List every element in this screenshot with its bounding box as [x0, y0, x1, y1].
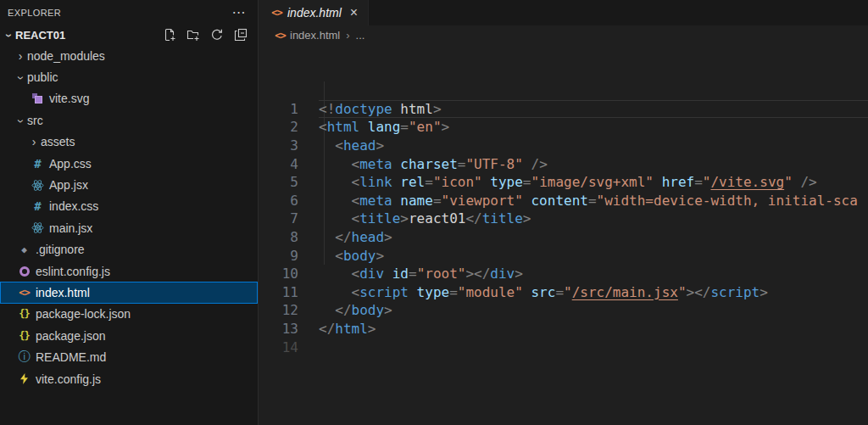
refresh-icon[interactable]: [210, 28, 224, 42]
react-file-icon: [31, 221, 45, 235]
code-line-content: </html>: [298, 320, 868, 338]
collapse-all-icon[interactable]: [234, 28, 248, 42]
vscode-window: EXPLORER ⋯ › REACT01 ›node_modules›publi…: [0, 0, 868, 425]
project-name: REACT01: [15, 29, 65, 42]
tree-item-vite-config-js[interactable]: vite.config.js: [0, 368, 258, 389]
tree-item-package-lock-json[interactable]: {}package-lock.json: [0, 304, 258, 325]
breadcrumb-file[interactable]: index.html: [290, 29, 340, 42]
tree-item-vite-svg[interactable]: vite.svg: [0, 88, 258, 109]
tree-item-readme-md[interactable]: ⓘREADME.md: [0, 346, 258, 367]
code-line-content: <title>react01</title>: [298, 210, 868, 228]
json-file-icon: {}: [17, 307, 31, 321]
tree-item-node-modules[interactable]: ›node_modules: [0, 45, 258, 66]
breadcrumb-separator-icon: ›: [346, 29, 349, 42]
new-file-icon[interactable]: [163, 28, 176, 42]
new-folder-icon[interactable]: [186, 28, 200, 42]
tree-item-public[interactable]: ›public: [0, 66, 258, 87]
tree-item-label: assets: [41, 135, 75, 148]
tree-item-package-json[interactable]: {}package.json: [0, 325, 258, 346]
git-file-icon: ◆: [17, 243, 31, 256]
code-line-2[interactable]: 2<html lang="en">: [259, 118, 868, 137]
line-number: 3: [259, 137, 298, 155]
code-line-5[interactable]: 5 <link rel="icon" type="image/svg+xml" …: [259, 173, 868, 192]
react-file-icon: [31, 178, 45, 192]
line-number: 2: [259, 118, 298, 137]
tree-item-app-css[interactable]: #App.css: [0, 153, 258, 174]
breadcrumb: <> index.html › ...: [259, 25, 868, 45]
tree-item-label: App.jsx: [49, 178, 88, 192]
code-line-content: <link rel="icon" type="image/svg+xml" hr…: [298, 173, 868, 192]
code-line-8[interactable]: 8 </head>: [259, 228, 868, 247]
more-actions-icon[interactable]: ⋯: [232, 6, 246, 20]
line-number: 9: [259, 247, 298, 266]
close-icon[interactable]: ×: [348, 6, 359, 20]
code-line-11[interactable]: 11 <script type="module" src="/src/main.…: [259, 283, 868, 302]
tree-item-assets[interactable]: ›assets: [0, 131, 258, 153]
tree-item-label: eslint.config.js: [36, 265, 110, 278]
code-line-content: <meta name="viewport" content="width=dev…: [298, 192, 868, 210]
line-number: 12: [259, 301, 298, 320]
code-line-content: <!doctype html>: [298, 100, 868, 119]
code-line-4[interactable]: 4 <meta charset="UTF-8" />: [259, 155, 868, 174]
tree-item-gitignore[interactable]: ◆.gitignore: [0, 239, 258, 260]
tree-item-label: src: [27, 114, 43, 127]
code-line-content: <body>: [298, 247, 868, 266]
line-number: 14: [259, 338, 298, 357]
explorer-sidebar: EXPLORER ⋯ › REACT01 ›node_modules›publi…: [0, 0, 259, 425]
code-line-3[interactable]: 3 <head>: [259, 137, 868, 155]
explorer-header: EXPLORER ⋯: [0, 0, 258, 25]
code-line-6[interactable]: 6 <meta name="viewport" content="width=d…: [259, 192, 868, 210]
code-line-9[interactable]: 9 <body>: [259, 247, 868, 266]
line-number: 7: [259, 210, 298, 228]
project-section-header[interactable]: › REACT01: [0, 25, 258, 45]
line-number: 5: [259, 173, 298, 192]
code-line-content: <script type="module" src="/src/main.jsx…: [298, 283, 868, 302]
tab-bar: <> index.html ×: [259, 0, 868, 25]
html-file-icon: <>: [17, 286, 31, 299]
css-file-icon: #: [31, 199, 45, 213]
image-file-icon: [31, 92, 45, 105]
tree-item-label: README.md: [36, 350, 106, 364]
code-line-content: <meta charset="UTF-8" />: [298, 155, 868, 174]
tree-item-eslint-config-js[interactable]: eslint.config.js: [0, 260, 258, 282]
tree-item-label: node_modules: [27, 49, 105, 63]
tree-item-app-jsx[interactable]: App.jsx: [0, 174, 258, 195]
breadcrumb-symbol[interactable]: ...: [356, 29, 365, 42]
code-line-content: <html lang="en">: [298, 118, 868, 137]
tree-item-label: .gitignore: [36, 243, 85, 256]
code-line-content: <head>: [298, 137, 868, 155]
explorer-title: EXPLORER: [8, 8, 61, 18]
file-tree: ›node_modules›publicvite.svg›src›assets#…: [0, 45, 258, 389]
line-number: 6: [259, 192, 298, 210]
tree-item-label: vite.config.js: [36, 372, 101, 386]
code-line-14[interactable]: 14: [259, 338, 868, 357]
line-number: 10: [259, 265, 298, 283]
code-line-1[interactable]: 1<!doctype html>: [259, 100, 868, 119]
code-line-12[interactable]: 12 </body>: [259, 301, 868, 320]
code-line-10[interactable]: 10 <div id="root"></div>: [259, 265, 868, 283]
code-line-content: </head>: [298, 228, 868, 247]
html-file-icon: <>: [270, 6, 284, 20]
editor-group: <> index.html × <> index.html › ... 1<!d…: [259, 0, 868, 425]
tree-item-index-css[interactable]: #index.css: [0, 196, 258, 217]
line-number: 1: [259, 100, 298, 119]
chevron-down-icon: ›: [14, 115, 28, 128]
code-line-13[interactable]: 13</html>: [259, 320, 868, 338]
tree-item-label: vite.svg: [49, 92, 89, 105]
eslint-file-icon: [17, 265, 31, 278]
tab-index-html[interactable]: <> index.html ×: [259, 0, 369, 25]
code-line-7[interactable]: 7 <title>react01</title>: [259, 210, 868, 228]
code-area[interactable]: 1<!doctype html>2<html lang="en">3 <head…: [259, 45, 868, 393]
chevron-right-icon: ›: [14, 49, 27, 63]
tree-item-main-jsx[interactable]: main.jsx: [0, 217, 258, 238]
line-number: 13: [259, 320, 298, 338]
vite-file-icon: [17, 372, 31, 386]
tree-item-index-html[interactable]: <>index.html: [0, 282, 258, 303]
tree-item-label: package-lock.json: [36, 307, 131, 321]
chevron-down-icon: ›: [14, 71, 28, 85]
tree-item-src[interactable]: ›src: [0, 109, 258, 131]
line-number: 11: [259, 283, 298, 302]
line-number: 4: [259, 155, 298, 174]
chevron-down-icon: ›: [3, 29, 16, 42]
code-line-content: <div id="root"></div>: [298, 265, 868, 283]
